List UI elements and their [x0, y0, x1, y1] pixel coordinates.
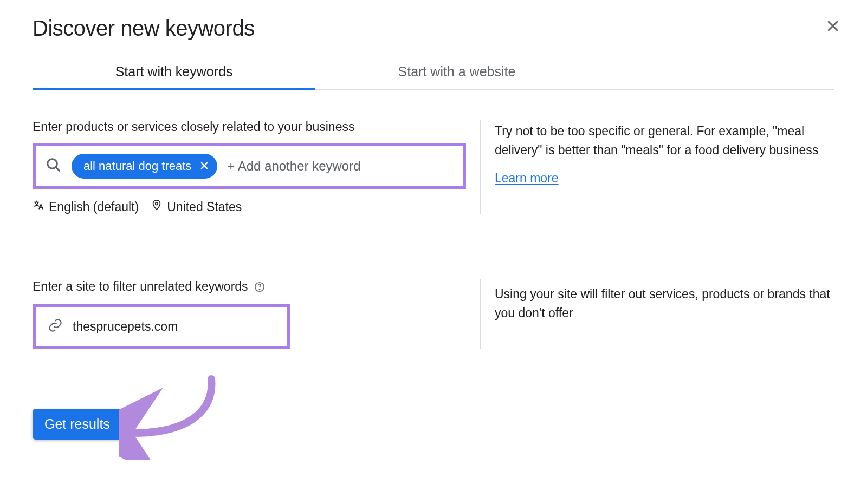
svg-point-6: [156, 202, 158, 205]
svg-line-3: [56, 167, 60, 172]
keyword-input[interactable]: all natural dog treats + Add another key…: [33, 143, 466, 189]
language-icon: [33, 199, 44, 214]
tabs: Start with keywords Start with a website: [33, 54, 834, 90]
site-help-text: Using your site will filter out services…: [495, 285, 834, 322]
learn-more-link[interactable]: Learn more: [495, 171, 559, 186]
keyword-chip-remove[interactable]: [199, 160, 210, 173]
keyword-chip: all natural dog treats: [72, 154, 217, 179]
tab-keywords[interactable]: Start with keywords: [33, 54, 315, 89]
keywords-help-text: Try not to be too specific or general. F…: [495, 122, 834, 159]
language-label: English (default): [49, 200, 139, 214]
svg-point-2: [48, 159, 57, 169]
svg-point-8: [259, 289, 260, 289]
page-title: Discover new keywords: [33, 16, 255, 41]
keywords-section-label: Enter products or services closely relat…: [33, 120, 466, 134]
site-input[interactable]: [73, 319, 275, 334]
location-selector[interactable]: United States: [151, 199, 242, 214]
tab-website[interactable]: Start with a website: [315, 54, 598, 89]
get-results-button[interactable]: Get results: [33, 409, 122, 440]
close-button[interactable]: [820, 14, 845, 40]
site-input-wrap[interactable]: [33, 304, 290, 349]
site-section-label: Enter a site to filter unrelated keyword…: [33, 279, 248, 294]
close-icon: [199, 160, 210, 173]
help-icon[interactable]: [254, 281, 266, 293]
location-icon: [151, 199, 163, 214]
location-label: United States: [167, 200, 242, 214]
language-selector[interactable]: English (default): [33, 199, 139, 214]
close-icon: [825, 28, 841, 36]
keyword-chip-label: all natural dog treats: [83, 159, 191, 173]
add-keyword-placeholder[interactable]: + Add another keyword: [227, 159, 453, 174]
search-icon: [46, 157, 62, 175]
link-icon: [48, 318, 63, 335]
